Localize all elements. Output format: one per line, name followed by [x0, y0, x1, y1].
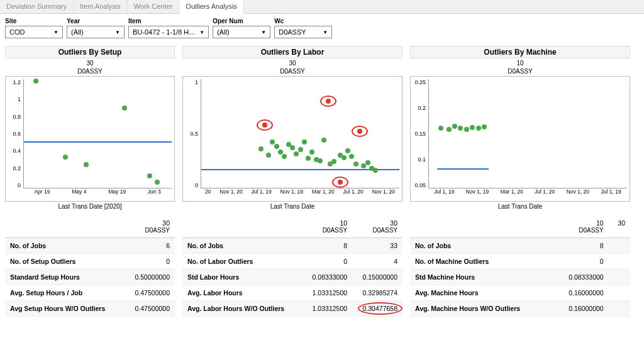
chart-setup[interactable]: 1.210.80.60.40.20 Apr 19May 4May 19Jun 3… — [5, 76, 175, 202]
data-point[interactable] — [365, 160, 370, 165]
data-point[interactable] — [298, 147, 303, 152]
chart-header-bot: D0ASSY — [508, 68, 532, 75]
x-tick: Nov 1, 19 — [466, 188, 489, 195]
data-point[interactable] — [458, 126, 463, 131]
select-opernum[interactable]: (All) ▼ — [213, 26, 270, 38]
data-point[interactable] — [294, 151, 299, 156]
data-point[interactable] — [306, 156, 311, 161]
data-point[interactable] — [349, 154, 354, 159]
data-point[interactable] — [84, 162, 89, 167]
data-point[interactable] — [470, 125, 475, 130]
data-point[interactable] — [33, 79, 38, 84]
filter-wc: Wc D0ASSY ▼ — [274, 18, 332, 38]
filter-year: Year (All) ▼ — [67, 18, 125, 38]
data-point[interactable] — [373, 168, 378, 173]
y-tick: 0.15 — [412, 131, 426, 137]
data-point[interactable] — [155, 180, 160, 185]
data-point[interactable] — [447, 127, 452, 132]
y-tick: 0.2 — [412, 105, 426, 111]
select-site[interactable]: COD ▼ — [5, 26, 63, 38]
x-tick: Nov 1, 20 — [219, 188, 242, 195]
row-label: Avg. Machine Hours W/O Outliers — [410, 301, 553, 317]
tab-deviation-summary[interactable]: Deviation Summary — [0, 0, 74, 13]
col-subheader: D0ASSY — [553, 227, 609, 238]
data-point[interactable] — [266, 153, 271, 158]
select-item[interactable]: BU-0472 - 1-1/8 H… ▼ — [128, 26, 209, 38]
y-tick: 0.8 — [7, 114, 21, 120]
data-point[interactable] — [438, 126, 443, 131]
y-tick: 0 — [7, 182, 21, 188]
x-axis-label: Last Trans Date [2020] — [6, 203, 174, 210]
data-point[interactable] — [282, 154, 287, 159]
select-year[interactable]: (All) ▼ — [67, 26, 125, 38]
table-row: No. of Labor Outliers04 — [182, 254, 402, 270]
data-point[interactable] — [353, 161, 358, 166]
cell-value — [609, 285, 630, 301]
data-point[interactable] — [345, 148, 350, 153]
col-subheader — [609, 227, 630, 238]
data-point[interactable] — [258, 146, 264, 151]
data-point[interactable] — [341, 155, 347, 160]
data-point[interactable] — [331, 159, 336, 164]
row-label: Avg. Labor Hours W/O Outliers — [182, 301, 302, 317]
x-tick: Mar 1, 20 — [312, 188, 335, 195]
cell-value: 0.32985274 — [352, 285, 402, 301]
data-point[interactable] — [309, 150, 314, 155]
col-labor: Outliers By Labor 30 D0ASSY 10.50 20Nov … — [182, 46, 402, 317]
cell-value: 1.03312500 — [302, 301, 352, 317]
cell-value: 4 — [352, 254, 402, 270]
table-row: Std Labor Hours0.083330000.15000000 — [182, 270, 402, 285]
y-tick: 0.2 — [7, 165, 21, 172]
cell-value: 0.16000000 — [553, 285, 609, 301]
main-content: Outliers By Setup 30 D0ASSY 1.210.80.60.… — [0, 42, 644, 320]
tab-outliers-analysis[interactable]: Outliers Analysis — [179, 0, 243, 14]
data-point[interactable] — [482, 124, 487, 129]
data-point[interactable] — [318, 158, 323, 163]
table-machine: 1030D0ASSYNo. of Jobs8No. of Machine Out… — [410, 215, 630, 317]
cell-value: 8 — [553, 238, 609, 254]
row-label: No. of Machine Outliers — [410, 254, 553, 270]
chart-title: Outliers By Machine — [410, 46, 630, 58]
chart-labor[interactable]: 10.50 20Nov 1, 20Jul 1, 19Nov 1, 19Mar 1… — [182, 76, 402, 202]
data-point[interactable] — [302, 139, 307, 144]
cell-value: 0.30477658 — [352, 301, 402, 317]
row-label: Avg Setup Hours W/O Outliers — [5, 301, 124, 317]
data-point[interactable] — [122, 106, 127, 111]
data-point[interactable] — [321, 138, 326, 143]
chart-machine[interactable]: 0.250.20.150.10.05 Jul 1, 19Nov 1, 19Mar… — [410, 76, 630, 202]
select-value: (All) — [71, 28, 84, 36]
cell-value: 0.08333000 — [302, 270, 352, 285]
tab-item-analysis[interactable]: Item Analysis — [74, 0, 128, 13]
select-value: (All) — [217, 28, 230, 36]
data-point[interactable] — [290, 145, 295, 150]
x-tick: Mar 1, 20 — [501, 188, 523, 195]
data-point[interactable] — [476, 126, 481, 131]
y-tick: 0.1 — [412, 156, 426, 163]
chevron-down-icon: ▼ — [261, 30, 266, 35]
chart-header-top: 10 — [516, 60, 523, 67]
select-value: COD — [9, 28, 25, 36]
data-point[interactable] — [147, 173, 152, 178]
data-point[interactable] — [63, 155, 68, 160]
y-tick: 1 — [7, 96, 21, 102]
filter-label: Wc — [274, 18, 332, 25]
table-setup: 30D0ASSYNo. of Jobs6No. of Setup Outlier… — [5, 215, 175, 317]
col-header — [410, 215, 553, 227]
select-value: BU-0472 - 1-1/8 H… — [133, 28, 196, 36]
cell-value: 0.47500000 — [124, 285, 175, 301]
data-point[interactable] — [278, 150, 283, 155]
data-point[interactable] — [452, 124, 457, 129]
table-row: Avg. Machine Hours0.16000000 — [410, 285, 630, 301]
data-point[interactable] — [464, 127, 469, 132]
filter-site: Site COD ▼ — [5, 18, 63, 38]
table-row: Avg. Labor Hours W/O Outliers1.033125000… — [182, 301, 402, 317]
x-tick: Nov 1, 20 — [372, 188, 395, 195]
cell-value — [609, 238, 630, 254]
cell-value: 0 — [553, 254, 609, 270]
data-point[interactable] — [274, 144, 279, 149]
select-wc[interactable]: D0ASSY ▼ — [274, 26, 332, 38]
row-label: No. of Jobs — [182, 238, 302, 254]
x-tick: 20 — [205, 188, 211, 195]
tab-work-center[interactable]: Work Center — [128, 0, 180, 13]
data-point[interactable] — [270, 139, 275, 144]
